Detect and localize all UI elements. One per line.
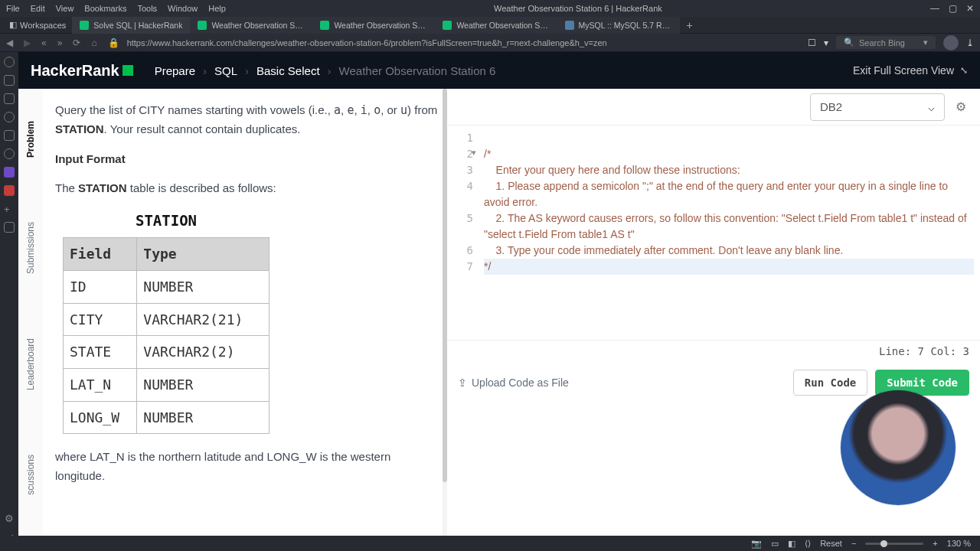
breadcrumb: Prepare › SQL › Basic Select › Weather O… (155, 64, 496, 77)
reload-icon[interactable]: ⟳ (73, 37, 80, 48)
problem-description: Query the list of CITY names starting wi… (55, 101, 440, 536)
browser-tab[interactable]: Weather Observation Stati (190, 17, 312, 34)
tab-submissions[interactable]: Submissions (25, 211, 36, 285)
rail-icon[interactable] (4, 93, 15, 104)
tab-leaderboard[interactable]: Leaderboard (25, 328, 36, 401)
rail-icon[interactable] (4, 148, 15, 159)
rail-icon[interactable]: + (4, 204, 15, 214)
chevron-down-icon[interactable]: ▾ (824, 37, 828, 48)
tab-problem[interactable]: Problem (25, 110, 36, 168)
run-code-button[interactable]: Run Code (793, 370, 867, 396)
menu-tools[interactable]: Tools (137, 4, 157, 13)
chevron-right-icon: › (328, 64, 332, 77)
rail-icon[interactable] (4, 75, 15, 86)
devtools-icon[interactable]: ⟨⟩ (805, 539, 811, 549)
url-field[interactable]: https://www.hackerrank.com/challenges/we… (127, 38, 800, 47)
browser-tab[interactable]: Weather Observation Stati (435, 17, 557, 34)
rail-icon[interactable] (4, 167, 15, 178)
reset-zoom-button[interactable]: Reset (820, 539, 842, 548)
favicon-icon (320, 21, 329, 30)
rail-icon[interactable] (4, 185, 15, 196)
hackerrank-logo[interactable]: HackerRank (31, 62, 133, 80)
zoom-slider[interactable] (865, 543, 923, 545)
download-icon[interactable]: ⤓ (966, 37, 974, 48)
close-icon[interactable]: ✕ (966, 3, 974, 14)
browser-sidebar-rail: + ⚙ ◁ (0, 52, 18, 551)
webcam-overlay (841, 390, 956, 505)
menu-edit[interactable]: Edit (31, 4, 45, 13)
favicon-icon (443, 21, 452, 30)
ffwd-icon[interactable]: » (57, 37, 63, 48)
window-icon[interactable]: ▭ (771, 539, 779, 549)
new-tab-button[interactable]: + (680, 19, 698, 31)
collapse-icon: ⤡ (960, 65, 968, 76)
rewind-icon[interactable]: « (41, 37, 47, 48)
cursor-position: Line: 7 Col: 3 (447, 340, 980, 362)
rail-icon[interactable] (4, 130, 15, 141)
gear-icon[interactable]: ⚙ (956, 99, 966, 114)
station-schema-figure: STATION FieldType IDNUMBER CITYVARCHAR2(… (63, 209, 270, 434)
minimize-icon[interactable]: — (930, 3, 939, 14)
favicon-icon (565, 21, 573, 30)
panel-icon[interactable]: ◧ (788, 539, 795, 549)
rail-icon[interactable] (4, 112, 15, 122)
browser-titlebar: File Edit View Bookmarks Tools Window He… (0, 0, 980, 17)
code-editor[interactable]: 1234567 /* Enter your query here and fol… (447, 126, 980, 340)
maximize-icon[interactable]: ▢ (949, 3, 957, 14)
hackerrank-header: HackerRank Prepare › SQL › Basic Select … (18, 52, 980, 89)
forward-icon[interactable]: ▶ (24, 37, 31, 48)
upload-icon: ⇪ (458, 377, 467, 389)
lock-icon: 🔒 (108, 37, 119, 48)
browser-statusbar: 📷 ▭ ◧ ⟨⟩ Reset − + 130 % (0, 536, 980, 551)
menu-bookmarks[interactable]: Bookmarks (84, 4, 126, 13)
crumb-basic-select[interactable]: Basic Select (256, 64, 320, 77)
code-content[interactable]: /* Enter your query here and follow thes… (481, 126, 980, 340)
menu-window[interactable]: Window (168, 4, 198, 13)
chevron-right-icon: › (245, 64, 249, 77)
crumb-current: Weather Observation Station 6 (339, 64, 496, 77)
app-menu: File Edit View Bookmarks Tools Window He… (6, 4, 226, 13)
search-input[interactable]: 🔍 Search Bing ▾ (836, 36, 936, 49)
browser-tab[interactable]: Solve SQL | HackerRank (72, 17, 190, 34)
crumb-sql[interactable]: SQL (214, 64, 237, 77)
camera-icon[interactable]: 📷 (751, 539, 762, 549)
menu-view[interactable]: View (56, 4, 74, 13)
favicon-icon (198, 21, 207, 30)
station-schema-table: FieldType IDNUMBER CITYVARCHAR2(21) STAT… (63, 237, 270, 434)
rail-icon[interactable] (4, 222, 15, 233)
browser-tabbar: ◧ Workspaces Solve SQL | HackerRank Weat… (0, 17, 980, 34)
chevron-right-icon: › (203, 64, 207, 77)
back-icon[interactable]: ◀ (6, 37, 13, 48)
home-icon[interactable]: ⌂ (91, 37, 96, 48)
zoom-out-icon[interactable]: − (851, 539, 856, 548)
input-format-heading: Input Format (55, 152, 126, 165)
tab-discussions[interactable]: scussions (25, 444, 36, 506)
browser-tab[interactable]: Weather Observation Stati (312, 17, 435, 34)
chevron-down-icon: ⌵ (928, 100, 935, 114)
scrollbar[interactable] (440, 89, 448, 536)
window-controls: — ▢ ✕ (930, 3, 974, 14)
bookmark-icon[interactable]: ☐ (808, 37, 816, 48)
browser-address-bar: ◀ ▶ « » ⟳ ⌂ 🔒 https://www.hackerrank.com… (0, 34, 980, 52)
favicon-icon (80, 21, 89, 30)
language-select[interactable]: DB2 ⌵ (810, 93, 945, 121)
page-content: HackerRank Prepare › SQL › Basic Select … (18, 52, 980, 536)
profile-avatar[interactable] (943, 35, 959, 51)
problem-panel: Problem Submissions Leaderboard scussion… (18, 89, 447, 536)
rail-icon[interactable] (4, 57, 15, 67)
workspaces-button[interactable]: ◧ Workspaces (3, 20, 72, 30)
zoom-in-icon[interactable]: + (933, 539, 937, 548)
zoom-level: 130 % (947, 539, 971, 548)
exit-fullscreen-button[interactable]: Exit Full Screen View⤡ (853, 64, 968, 77)
browser-tab[interactable]: MySQL :: MySQL 5.7 Refere (557, 17, 680, 34)
window-title: Weather Observation Station 6 | HackerRa… (226, 4, 930, 13)
crumb-prepare[interactable]: Prepare (155, 64, 195, 77)
upload-code-button[interactable]: ⇪ Upload Code as File (458, 377, 569, 389)
settings-icon[interactable]: ⚙ (5, 513, 14, 524)
menu-file[interactable]: File (6, 4, 20, 13)
menu-help[interactable]: Help (208, 4, 226, 13)
